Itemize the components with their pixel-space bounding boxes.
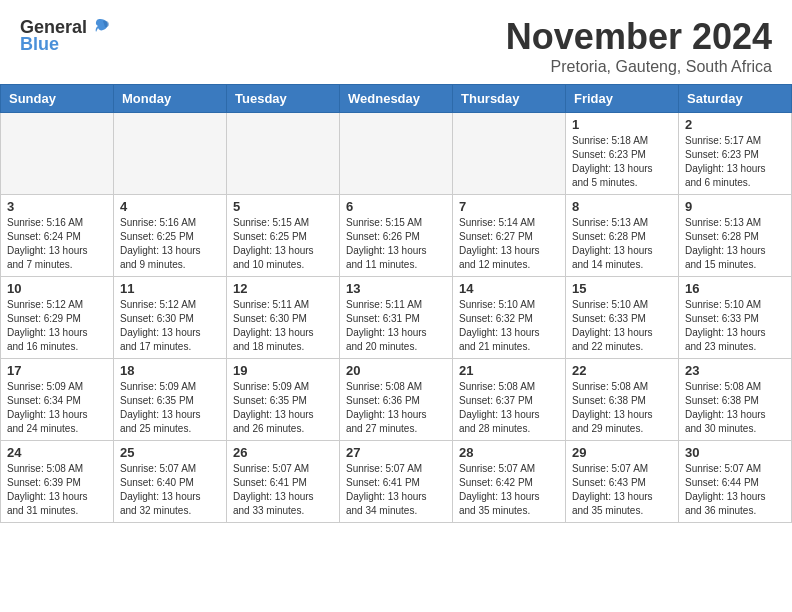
day-number: 3 [7, 199, 107, 214]
day-info-line: Daylight: 13 hours and 15 minutes. [685, 244, 785, 272]
day-info: Sunrise: 5:12 AMSunset: 6:29 PMDaylight:… [7, 298, 107, 354]
day-number: 15 [572, 281, 672, 296]
day-info-line: Sunset: 6:31 PM [346, 312, 446, 326]
day-info-line: Sunset: 6:27 PM [459, 230, 559, 244]
day-info-line: Sunrise: 5:18 AM [572, 134, 672, 148]
calendar-day-cell: 23Sunrise: 5:08 AMSunset: 6:38 PMDayligh… [679, 359, 792, 441]
day-info: Sunrise: 5:09 AMSunset: 6:34 PMDaylight:… [7, 380, 107, 436]
calendar-day-cell: 5Sunrise: 5:15 AMSunset: 6:25 PMDaylight… [227, 195, 340, 277]
day-info-line: Sunset: 6:29 PM [7, 312, 107, 326]
day-info-line: Daylight: 13 hours and 29 minutes. [572, 408, 672, 436]
day-info: Sunrise: 5:10 AMSunset: 6:32 PMDaylight:… [459, 298, 559, 354]
calendar-day-cell: 4Sunrise: 5:16 AMSunset: 6:25 PMDaylight… [114, 195, 227, 277]
day-info: Sunrise: 5:08 AMSunset: 6:39 PMDaylight:… [7, 462, 107, 518]
day-info: Sunrise: 5:17 AMSunset: 6:23 PMDaylight:… [685, 134, 785, 190]
weekday-header-sunday: Sunday [1, 85, 114, 113]
calendar-week-3: 10Sunrise: 5:12 AMSunset: 6:29 PMDayligh… [1, 277, 792, 359]
header: General Blue November 2024 Pretoria, Gau… [0, 0, 792, 84]
weekday-header-tuesday: Tuesday [227, 85, 340, 113]
day-info-line: Sunrise: 5:08 AM [346, 380, 446, 394]
weekday-header-saturday: Saturday [679, 85, 792, 113]
day-info: Sunrise: 5:09 AMSunset: 6:35 PMDaylight:… [233, 380, 333, 436]
day-info-line: Sunrise: 5:16 AM [7, 216, 107, 230]
calendar-day-cell: 29Sunrise: 5:07 AMSunset: 6:43 PMDayligh… [566, 441, 679, 523]
day-info-line: Sunset: 6:33 PM [572, 312, 672, 326]
day-info: Sunrise: 5:07 AMSunset: 6:44 PMDaylight:… [685, 462, 785, 518]
calendar-week-4: 17Sunrise: 5:09 AMSunset: 6:34 PMDayligh… [1, 359, 792, 441]
day-info: Sunrise: 5:08 AMSunset: 6:38 PMDaylight:… [685, 380, 785, 436]
calendar-day-cell: 17Sunrise: 5:09 AMSunset: 6:34 PMDayligh… [1, 359, 114, 441]
month-title: November 2024 [506, 16, 772, 58]
calendar-day-cell: 7Sunrise: 5:14 AMSunset: 6:27 PMDaylight… [453, 195, 566, 277]
day-info-line: Sunset: 6:40 PM [120, 476, 220, 490]
logo: General Blue [20, 16, 111, 55]
calendar-day-cell: 19Sunrise: 5:09 AMSunset: 6:35 PMDayligh… [227, 359, 340, 441]
calendar-day-cell: 24Sunrise: 5:08 AMSunset: 6:39 PMDayligh… [1, 441, 114, 523]
day-number: 27 [346, 445, 446, 460]
day-info-line: Sunset: 6:23 PM [572, 148, 672, 162]
day-info-line: Sunset: 6:36 PM [346, 394, 446, 408]
calendar-day-cell: 21Sunrise: 5:08 AMSunset: 6:37 PMDayligh… [453, 359, 566, 441]
day-info-line: Daylight: 13 hours and 21 minutes. [459, 326, 559, 354]
day-info: Sunrise: 5:08 AMSunset: 6:37 PMDaylight:… [459, 380, 559, 436]
day-number: 4 [120, 199, 220, 214]
day-info-line: Daylight: 13 hours and 31 minutes. [7, 490, 107, 518]
day-info-line: Sunset: 6:38 PM [572, 394, 672, 408]
calendar-day-cell: 18Sunrise: 5:09 AMSunset: 6:35 PMDayligh… [114, 359, 227, 441]
day-info: Sunrise: 5:08 AMSunset: 6:38 PMDaylight:… [572, 380, 672, 436]
day-info-line: Daylight: 13 hours and 12 minutes. [459, 244, 559, 272]
day-info-line: Daylight: 13 hours and 27 minutes. [346, 408, 446, 436]
day-info-line: Sunrise: 5:08 AM [685, 380, 785, 394]
day-info-line: Daylight: 13 hours and 36 minutes. [685, 490, 785, 518]
day-info-line: Sunset: 6:32 PM [459, 312, 559, 326]
calendar-day-cell [114, 113, 227, 195]
day-info-line: Sunset: 6:41 PM [233, 476, 333, 490]
day-number: 20 [346, 363, 446, 378]
calendar-day-cell [1, 113, 114, 195]
day-info: Sunrise: 5:07 AMSunset: 6:43 PMDaylight:… [572, 462, 672, 518]
day-info-line: Sunset: 6:33 PM [685, 312, 785, 326]
day-number: 18 [120, 363, 220, 378]
day-info-line: Sunrise: 5:12 AM [120, 298, 220, 312]
day-info-line: Sunrise: 5:08 AM [572, 380, 672, 394]
day-info-line: Sunrise: 5:08 AM [7, 462, 107, 476]
day-info: Sunrise: 5:10 AMSunset: 6:33 PMDaylight:… [685, 298, 785, 354]
day-number: 12 [233, 281, 333, 296]
day-info: Sunrise: 5:14 AMSunset: 6:27 PMDaylight:… [459, 216, 559, 272]
day-number: 9 [685, 199, 785, 214]
weekday-header-friday: Friday [566, 85, 679, 113]
day-info: Sunrise: 5:12 AMSunset: 6:30 PMDaylight:… [120, 298, 220, 354]
day-number: 23 [685, 363, 785, 378]
day-info-line: Sunset: 6:25 PM [233, 230, 333, 244]
day-info-line: Sunset: 6:38 PM [685, 394, 785, 408]
day-info: Sunrise: 5:16 AMSunset: 6:25 PMDaylight:… [120, 216, 220, 272]
calendar-day-cell: 3Sunrise: 5:16 AMSunset: 6:24 PMDaylight… [1, 195, 114, 277]
day-number: 25 [120, 445, 220, 460]
day-number: 30 [685, 445, 785, 460]
day-number: 16 [685, 281, 785, 296]
day-info-line: Sunrise: 5:15 AM [346, 216, 446, 230]
day-info: Sunrise: 5:13 AMSunset: 6:28 PMDaylight:… [572, 216, 672, 272]
calendar-day-cell: 14Sunrise: 5:10 AMSunset: 6:32 PMDayligh… [453, 277, 566, 359]
day-info: Sunrise: 5:07 AMSunset: 6:41 PMDaylight:… [233, 462, 333, 518]
day-info: Sunrise: 5:18 AMSunset: 6:23 PMDaylight:… [572, 134, 672, 190]
calendar-day-cell [227, 113, 340, 195]
day-info: Sunrise: 5:15 AMSunset: 6:26 PMDaylight:… [346, 216, 446, 272]
day-info-line: Daylight: 13 hours and 34 minutes. [346, 490, 446, 518]
day-info-line: Daylight: 13 hours and 22 minutes. [572, 326, 672, 354]
day-info-line: Sunrise: 5:17 AM [685, 134, 785, 148]
day-number: 7 [459, 199, 559, 214]
day-info: Sunrise: 5:07 AMSunset: 6:42 PMDaylight:… [459, 462, 559, 518]
day-info-line: Daylight: 13 hours and 30 minutes. [685, 408, 785, 436]
day-info-line: Sunset: 6:30 PM [233, 312, 333, 326]
day-info-line: Daylight: 13 hours and 18 minutes. [233, 326, 333, 354]
calendar-day-cell: 16Sunrise: 5:10 AMSunset: 6:33 PMDayligh… [679, 277, 792, 359]
calendar-day-cell: 10Sunrise: 5:12 AMSunset: 6:29 PMDayligh… [1, 277, 114, 359]
day-info-line: Sunrise: 5:09 AM [7, 380, 107, 394]
day-info-line: Sunset: 6:28 PM [572, 230, 672, 244]
day-info-line: Daylight: 13 hours and 7 minutes. [7, 244, 107, 272]
day-info: Sunrise: 5:11 AMSunset: 6:31 PMDaylight:… [346, 298, 446, 354]
calendar-day-cell: 25Sunrise: 5:07 AMSunset: 6:40 PMDayligh… [114, 441, 227, 523]
calendar-week-2: 3Sunrise: 5:16 AMSunset: 6:24 PMDaylight… [1, 195, 792, 277]
day-info: Sunrise: 5:11 AMSunset: 6:30 PMDaylight:… [233, 298, 333, 354]
